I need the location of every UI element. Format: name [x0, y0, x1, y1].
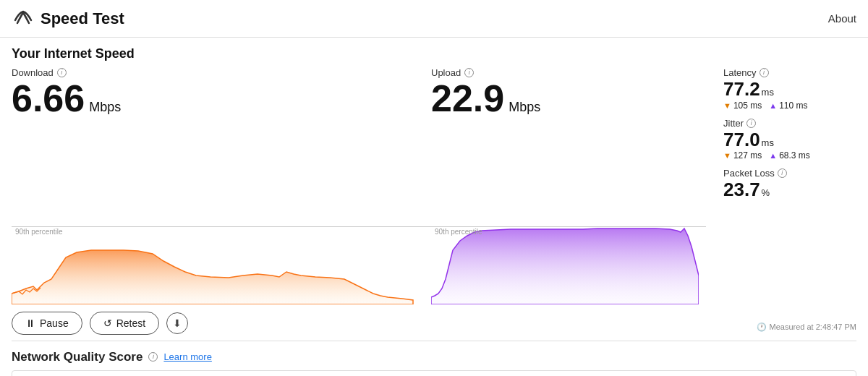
download-result-button[interactable]: ⬇: [166, 312, 188, 334]
latency-info-icon[interactable]: i: [760, 68, 769, 77]
jitter-block: Jitter i 77.0 ms ▼127 ms ▲68.3 ms: [723, 118, 856, 161]
latency-up-arrow-icon: ▲: [769, 101, 777, 110]
nqs-title: Network Quality Score: [12, 350, 142, 364]
section-title: Your Internet Speed: [12, 46, 856, 61]
download-chart-svg: [12, 210, 417, 304]
upload-percentile-label: 90th percentile: [435, 228, 482, 236]
measured-text: 🕐 Measured at 2:48:47 PM: [757, 322, 856, 332]
upload-value-row: 22.9 Mbps: [431, 80, 706, 117]
packet-loss-value: 23.7: [723, 179, 760, 200]
download-percentile-label: 90th percentile: [15, 228, 63, 236]
latency-down-val: 105 ms: [733, 101, 762, 111]
retest-label: Retest: [116, 317, 145, 329]
jitter-sub: ▼127 ms ▲68.3 ms: [723, 150, 856, 161]
header-left: Speed Test: [12, 7, 124, 30]
jitter-down-val: 127 ms: [733, 150, 762, 161]
jitter-down-arrow-icon: ▼: [723, 151, 731, 160]
upload-info-icon[interactable]: i: [464, 68, 474, 77]
nqs-section: Network Quality Score i Learn more Video…: [0, 341, 868, 376]
jitter-unit: ms: [762, 137, 774, 148]
nqs-title-row: Network Quality Score i Learn more: [12, 350, 856, 364]
packet-loss-label: Packet Loss: [723, 168, 775, 179]
latency-unit: ms: [762, 87, 774, 98]
latency-label: Latency: [723, 67, 757, 78]
download-info-icon[interactable]: i: [57, 68, 67, 77]
upload-block: Upload i 22.9 Mbps: [431, 67, 706, 117]
logo-icon: [12, 7, 35, 30]
app-header: Speed Test About: [0, 0, 868, 38]
upload-percentile-line: [431, 226, 706, 227]
latency-up-val: 110 ms: [779, 101, 807, 111]
download-percentile-line: [12, 226, 431, 227]
download-unit: Mbps: [89, 100, 121, 115]
upload-label: Upload: [431, 67, 461, 78]
packet-loss-info-icon[interactable]: i: [778, 168, 787, 178]
retest-button[interactable]: ↺ Retest: [90, 312, 159, 335]
upload-value: 22.9: [431, 80, 504, 117]
packet-loss-unit: %: [762, 187, 770, 198]
jitter-up-arrow-icon: ▲: [769, 151, 777, 160]
upload-chart: 90th percentile: [431, 210, 706, 304]
clock-icon: 🕐: [757, 322, 767, 332]
latency-sub: ▼105 ms ▲110 ms: [723, 101, 856, 111]
latency-block: Latency i 77.2 ms ▼105 ms ▲110 ms: [723, 67, 856, 111]
page-title: Speed Test: [41, 9, 124, 28]
download-value: 6.66: [12, 80, 85, 117]
main-content: Your Internet Speed Download i 6.66 Mbps…: [0, 38, 868, 341]
jitter-label: Jitter: [723, 118, 744, 129]
about-link[interactable]: About: [828, 12, 856, 25]
stats-panel: Latency i 77.2 ms ▼105 ms ▲110 ms Jitter…: [706, 67, 856, 208]
download-block: Download i 6.66 Mbps: [12, 67, 431, 117]
pause-icon: ⏸: [25, 317, 35, 329]
download-arrow-icon: ⬇: [173, 317, 182, 329]
nqs-bar: Video Streaming: Bad ● Online Gaming: Po…: [12, 370, 856, 376]
upload-unit: Mbps: [509, 100, 540, 115]
latency-down-arrow-icon: ▼: [723, 101, 731, 110]
download-value-row: 6.66 Mbps: [12, 80, 431, 117]
jitter-info-icon[interactable]: i: [746, 119, 756, 128]
download-label: Download: [12, 67, 54, 78]
charts-row: 90th percentile 90th percentile: [12, 210, 856, 304]
pause-button[interactable]: ⏸ Pause: [12, 312, 82, 335]
jitter-up-val: 68.3 ms: [779, 150, 810, 161]
pause-label: Pause: [40, 317, 69, 329]
jitter-value: 77.0: [723, 129, 760, 150]
measured-value: Measured at 2:48:47 PM: [770, 322, 856, 331]
upload-chart-svg: [431, 210, 699, 304]
packet-loss-block: Packet Loss i 23.7 %: [723, 168, 856, 200]
learn-more-link[interactable]: Learn more: [163, 351, 211, 362]
nqs-info-icon[interactable]: i: [148, 352, 158, 362]
buttons-row: ⏸ Pause ↺ Retest ⬇ 🕐 Measured at 2:48:47…: [12, 304, 856, 341]
latency-value: 77.2: [723, 79, 760, 100]
download-chart: 90th percentile: [12, 210, 431, 304]
retest-icon: ↺: [103, 317, 112, 329]
